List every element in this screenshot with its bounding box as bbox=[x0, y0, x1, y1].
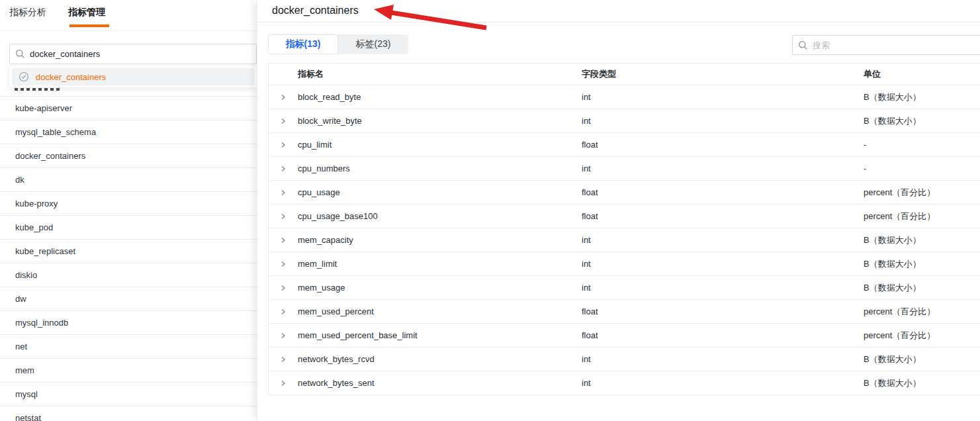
chevron-right-icon bbox=[279, 379, 287, 387]
list-item[interactable]: kube_pod bbox=[0, 216, 257, 240]
table-row: mem_capacity int B（数据大小） bbox=[269, 228, 980, 252]
table-row: block_write_byte int B（数据大小） bbox=[269, 109, 980, 132]
list-item[interactable]: kube_replicaset bbox=[0, 240, 257, 263]
search-suggestion-panel: docker_containers bbox=[9, 66, 257, 87]
metric-name-cell: mem_capacity bbox=[298, 235, 582, 245]
field-type-cell: float bbox=[582, 187, 864, 197]
chevron-right-icon bbox=[279, 284, 287, 292]
field-type-cell: int bbox=[582, 116, 864, 126]
table-search-box[interactable] bbox=[792, 35, 980, 55]
sidebar-tab-bar: 指标分析 指标管理 bbox=[0, 0, 257, 31]
table-body: block_read_byte int B（数据大小） block_write_… bbox=[269, 85, 980, 395]
chevron-right-icon bbox=[279, 332, 287, 340]
metrics-table: 指标名 字段类型 单位 block_read_byte int B（数据大小） … bbox=[268, 63, 980, 395]
table-header-row: 指标名 字段类型 单位 bbox=[269, 64, 980, 85]
metric-name-cell: block_read_byte bbox=[298, 92, 582, 102]
unit-cell: B（数据大小） bbox=[864, 258, 980, 270]
row-expand-button[interactable] bbox=[269, 109, 298, 132]
row-expand-button[interactable] bbox=[269, 276, 298, 299]
unit-cell: B（数据大小） bbox=[864, 377, 980, 389]
chevron-right-icon bbox=[279, 260, 287, 268]
field-type-cell: int bbox=[582, 283, 864, 293]
field-type-cell: int bbox=[582, 92, 864, 102]
row-expand-button[interactable] bbox=[269, 300, 298, 323]
list-item[interactable]: mysql bbox=[0, 383, 257, 406]
row-expand-button[interactable] bbox=[269, 181, 298, 204]
table-search-input[interactable] bbox=[813, 40, 980, 50]
unit-cell: - bbox=[864, 164, 980, 173]
field-type-cell: int bbox=[582, 235, 864, 245]
metric-name-cell: cpu_usage_base100 bbox=[298, 211, 582, 221]
field-type-cell: int bbox=[582, 164, 864, 173]
gauge-icon bbox=[19, 71, 29, 82]
column-header-field-type: 字段类型 bbox=[582, 68, 864, 80]
field-type-cell: float bbox=[582, 211, 864, 221]
metric-name-cell: mem_usage bbox=[298, 283, 582, 293]
list-item[interactable]: mem bbox=[0, 359, 257, 383]
table-row: mem_limit int B（数据大小） bbox=[269, 252, 980, 275]
suggestion-label: docker_containers bbox=[36, 72, 106, 82]
metrics-sidebar: 指标分析 指标管理 kube-apiserver mysql_table_sch… bbox=[0, 0, 257, 421]
row-expand-button[interactable] bbox=[269, 157, 298, 180]
row-expand-button[interactable] bbox=[269, 133, 298, 156]
metric-name-cell: mem_used_percent bbox=[298, 306, 582, 316]
field-type-cell: int bbox=[582, 354, 864, 364]
row-expand-button[interactable] bbox=[269, 85, 298, 109]
metric-search-box[interactable] bbox=[9, 44, 257, 64]
list-item[interactable]: mysql_table_schema bbox=[0, 120, 257, 144]
tab-metric-management[interactable]: 指标管理 bbox=[68, 7, 105, 19]
chevron-right-icon bbox=[279, 93, 287, 101]
tab-metrics[interactable]: 指标(13) bbox=[268, 34, 338, 54]
metric-search-input[interactable] bbox=[30, 49, 251, 59]
unit-cell: percent（百分比） bbox=[864, 210, 980, 222]
column-header-metric-name: 指标名 bbox=[298, 68, 582, 80]
row-expand-button[interactable] bbox=[269, 228, 298, 252]
chevron-right-icon bbox=[279, 212, 287, 220]
obscured-text bbox=[15, 88, 62, 91]
title-divider bbox=[257, 22, 980, 23]
suggestion-item-docker-containers[interactable]: docker_containers bbox=[12, 68, 254, 85]
list-item[interactable]: kube-proxy bbox=[0, 192, 257, 216]
field-type-cell: int bbox=[582, 259, 864, 269]
unit-cell: B（数据大小） bbox=[864, 91, 980, 103]
chevron-right-icon bbox=[279, 141, 287, 149]
list-item[interactable]: diskio bbox=[0, 263, 257, 287]
metric-source-list: kube-apiserver mysql_table_schema docker… bbox=[0, 73, 257, 421]
unit-cell: B（数据大小） bbox=[864, 282, 980, 294]
list-item[interactable]: docker_containers bbox=[0, 144, 257, 168]
unit-cell: percent（百分比） bbox=[864, 187, 980, 199]
row-expand-button[interactable] bbox=[269, 348, 298, 371]
table-row: mem_used_percent float percent（百分比） bbox=[269, 299, 980, 323]
unit-cell: percent（百分比） bbox=[864, 306, 980, 318]
field-type-cell: int bbox=[582, 378, 864, 388]
table-row: network_bytes_sent int B（数据大小） bbox=[269, 371, 980, 395]
unit-cell: B（数据大小） bbox=[864, 353, 980, 365]
list-item[interactable]: dk bbox=[0, 168, 257, 192]
metric-name-cell: cpu_usage bbox=[298, 187, 582, 197]
list-item[interactable]: net bbox=[0, 335, 257, 359]
unit-cell: percent（百分比） bbox=[864, 330, 980, 342]
active-tab-underline bbox=[69, 24, 109, 27]
list-item[interactable]: netstat bbox=[0, 406, 257, 421]
table-row: network_bytes_rcvd int B（数据大小） bbox=[269, 347, 980, 371]
list-item[interactable]: kube-apiserver bbox=[0, 97, 257, 120]
row-expand-button[interactable] bbox=[269, 324, 298, 347]
metric-name-cell: cpu_limit bbox=[298, 140, 582, 150]
table-row: mem_used_percent_base_limit float percen… bbox=[269, 323, 980, 347]
table-row: cpu_numbers int - bbox=[269, 156, 980, 180]
metric-name-cell: block_write_byte bbox=[298, 116, 582, 126]
table-row: cpu_limit float - bbox=[269, 132, 980, 156]
tab-metric-analysis[interactable]: 指标分析 bbox=[9, 7, 46, 19]
metric-name-cell: network_bytes_rcvd bbox=[298, 354, 582, 364]
row-expand-button[interactable] bbox=[269, 371, 298, 395]
row-expand-button[interactable] bbox=[269, 252, 298, 275]
table-row: mem_usage int B（数据大小） bbox=[269, 275, 980, 299]
row-expand-button[interactable] bbox=[269, 205, 298, 228]
list-item[interactable]: dw bbox=[0, 287, 257, 311]
drawer-title: docker_containers bbox=[272, 5, 359, 17]
tab-labels[interactable]: 标签(23) bbox=[338, 34, 408, 54]
metric-detail-drawer: docker_containers 指标(13) 标签(23) 指标名 字段类型… bbox=[257, 0, 980, 421]
chevron-right-icon bbox=[279, 308, 287, 316]
list-item[interactable]: mysql_innodb bbox=[0, 311, 257, 335]
field-type-cell: float bbox=[582, 306, 864, 316]
